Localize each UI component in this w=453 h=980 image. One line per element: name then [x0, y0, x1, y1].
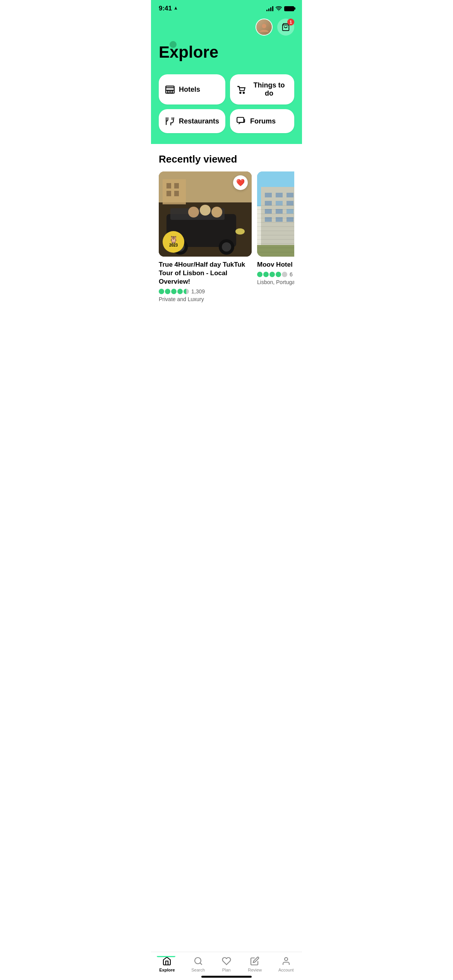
svg-point-7 [243, 92, 244, 93]
svg-rect-57 [257, 245, 294, 257]
favorite-button-tuktuk[interactable]: ❤️ [233, 175, 248, 190]
svg-rect-44 [276, 209, 283, 214]
status-time: 9:41 [159, 5, 178, 12]
header: 1 Explore [151, 15, 302, 68]
hotels-icon [165, 84, 175, 94]
things-to-do-button[interactable]: Things to do [230, 74, 294, 105]
status-icons [266, 6, 294, 11]
svg-rect-30 [276, 193, 283, 197]
category-grid: Hotels Things to do Restaurants Forums [151, 68, 302, 144]
svg-rect-43 [265, 209, 272, 214]
hotel-subtitle: Lisbon, Portugal [257, 279, 294, 285]
forums-icon [236, 116, 246, 126]
svg-rect-12 [166, 183, 171, 188]
tuktuk-title: True 4Hour/Half day TukTuk Tour of Lisbo… [159, 260, 252, 286]
recently-viewed-scroll[interactable]: ❤️ 🦉 2023 True 4Hour/Half day TukTuk Tou… [159, 171, 294, 307]
tuktuk-stars [159, 289, 189, 294]
svg-rect-31 [287, 193, 293, 197]
svg-rect-8 [237, 117, 244, 122]
svg-rect-5 [171, 90, 172, 93]
svg-rect-37 [276, 201, 283, 206]
cart-badge: 1 [287, 19, 294, 26]
hotels-button[interactable]: Hotels [159, 74, 225, 105]
header-top: 1 [159, 19, 294, 36]
wifi-icon [276, 6, 282, 11]
tuktuk-image: ❤️ 🦉 2023 [159, 171, 252, 257]
hotel-image: ♡ [257, 171, 294, 257]
restaurants-icon [165, 116, 175, 126]
hotel-rating: 6 [257, 271, 294, 278]
tuktuk-rating: 1,309 [159, 288, 252, 295]
svg-point-25 [235, 228, 245, 235]
svg-rect-51 [276, 217, 283, 222]
tuktuk-review-count: 1,309 [191, 288, 205, 295]
svg-rect-27 [257, 206, 294, 257]
svg-point-21 [222, 242, 231, 252]
svg-point-1 [262, 24, 266, 28]
svg-point-22 [188, 207, 199, 218]
page-title: Explore [159, 44, 218, 60]
hotel-stars [257, 272, 287, 277]
svg-point-23 [200, 205, 211, 216]
tuktuk-subtitle: Private and Luxury [159, 296, 252, 302]
restaurants-label: Restaurants [179, 117, 219, 125]
svg-rect-15 [174, 191, 179, 196]
things-to-do-icon [236, 84, 246, 94]
hotels-label: Hotels [179, 86, 200, 94]
svg-point-0 [278, 10, 279, 11]
svg-point-6 [240, 92, 241, 93]
svg-rect-14 [166, 191, 171, 196]
svg-rect-52 [287, 217, 293, 222]
moov-hotel-card[interactable]: ♡ Moov Hotel Lisb... 6 Lisbon, Portugal [257, 171, 294, 302]
main-content: Recently viewed [151, 144, 302, 307]
svg-rect-38 [287, 201, 293, 206]
svg-rect-4 [168, 90, 169, 93]
time-display: 9:41 [159, 5, 172, 12]
award-badge-tuktuk: 🦉 2023 [163, 231, 184, 253]
svg-rect-45 [287, 209, 293, 214]
forums-label: Forums [250, 117, 276, 125]
avatar[interactable] [256, 19, 273, 36]
tuktuk-card[interactable]: ❤️ 🦉 2023 True 4Hour/Half day TukTuk Tou… [159, 171, 252, 302]
battery-icon [284, 6, 294, 11]
restaurants-button[interactable]: Restaurants [159, 109, 225, 133]
things-to-do-label: Things to do [250, 81, 288, 98]
signal-icon [266, 6, 273, 11]
svg-rect-13 [174, 183, 179, 188]
hotel-review-count: 6 [290, 271, 293, 278]
status-bar: 9:41 [151, 0, 302, 15]
hotel-title: Moov Hotel Lisb... [257, 260, 294, 269]
svg-rect-50 [265, 217, 272, 222]
svg-rect-36 [265, 201, 272, 206]
forums-button[interactable]: Forums [230, 109, 294, 133]
svg-point-24 [211, 207, 222, 218]
location-arrow-icon [173, 6, 178, 11]
cart-button[interactable]: 1 [277, 19, 294, 36]
recently-viewed-title: Recently viewed [159, 153, 294, 165]
svg-rect-29 [265, 193, 272, 197]
